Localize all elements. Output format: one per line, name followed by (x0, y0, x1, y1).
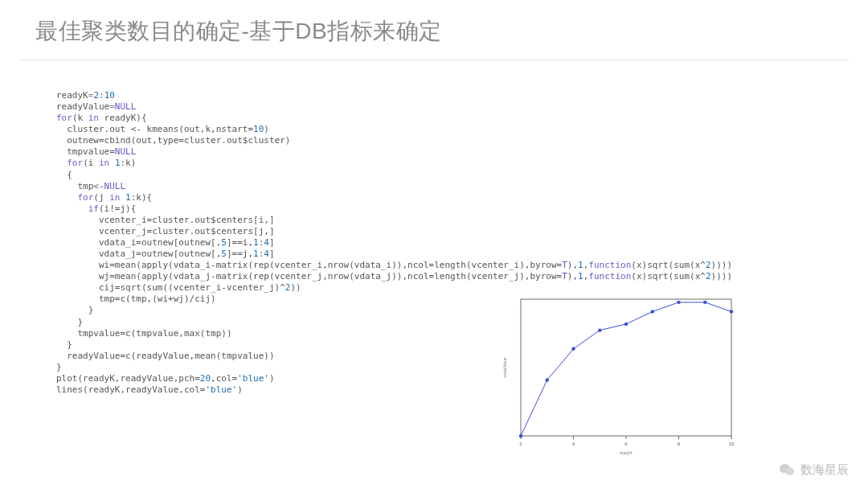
svg-text:8: 8 (678, 442, 681, 446)
svg-point-16 (598, 328, 601, 331)
svg-point-21 (730, 310, 733, 313)
slide: 最佳聚类数目的确定-基于DB指标来确定 readyK=2:10 readyVal… (0, 0, 868, 489)
svg-text:readyK: readyK (620, 450, 633, 455)
svg-text:6: 6 (624, 442, 628, 446)
svg-point-17 (624, 323, 628, 326)
svg-point-19 (677, 301, 680, 304)
db-index-chart: 246810readyKreadyValue (498, 293, 739, 457)
svg-rect-0 (521, 299, 731, 436)
svg-point-14 (546, 378, 549, 381)
svg-point-20 (703, 301, 706, 304)
svg-text:readyValue: readyValue (502, 357, 507, 377)
svg-text:10: 10 (729, 442, 735, 446)
svg-point-15 (571, 347, 575, 351)
wechat-icon (780, 464, 796, 477)
title-divider (19, 60, 849, 60)
watermark-text: 数海星辰 (800, 462, 849, 478)
watermark: 数海星辰 (780, 462, 849, 478)
slide-title: 最佳聚类数目的确定-基于DB指标来确定 (35, 16, 442, 47)
svg-text:2: 2 (519, 442, 522, 446)
svg-text:4: 4 (572, 442, 575, 446)
svg-point-18 (651, 310, 654, 313)
svg-point-13 (519, 434, 522, 438)
